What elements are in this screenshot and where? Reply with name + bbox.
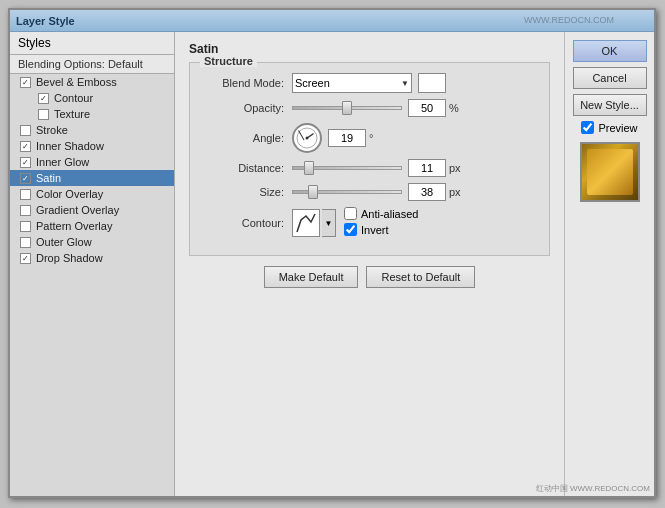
invert-item: Invert bbox=[344, 223, 418, 236]
blend-mode-row: Blend Mode: Screen Normal Multiply Overl… bbox=[204, 73, 535, 93]
anti-aliased-label: Anti-aliased bbox=[361, 208, 418, 220]
opacity-label: Opacity: bbox=[204, 102, 284, 114]
layer-item-contour[interactable]: Contour bbox=[10, 90, 174, 106]
blending-label: Blending Options: Default bbox=[18, 58, 143, 70]
preview-checkbox[interactable] bbox=[581, 121, 594, 134]
invert-label: Invert bbox=[361, 224, 389, 236]
size-input[interactable] bbox=[408, 183, 446, 201]
contour-preview[interactable] bbox=[292, 209, 320, 237]
dialog-body: Styles Blending Options: Default Bevel &… bbox=[10, 32, 654, 496]
ok-button[interactable]: OK bbox=[573, 40, 647, 62]
preview-row: Preview bbox=[581, 121, 637, 134]
opacity-slider[interactable] bbox=[292, 106, 402, 110]
angle-unit: ° bbox=[369, 132, 373, 144]
main-content: Satin Structure Blend Mode: Screen Norma… bbox=[175, 32, 564, 496]
styles-label: Styles bbox=[18, 36, 51, 50]
left-panel: Styles Blending Options: Default Bevel &… bbox=[10, 32, 175, 496]
cancel-button[interactable]: Cancel bbox=[573, 67, 647, 89]
size-label: Size: bbox=[204, 186, 284, 198]
distance-input[interactable] bbox=[408, 159, 446, 177]
satin-label: Satin bbox=[36, 172, 61, 184]
anti-aliased-item: Anti-aliased bbox=[344, 207, 418, 220]
outer-glow-checkbox[interactable] bbox=[20, 237, 31, 248]
size-row: Size: px bbox=[204, 183, 535, 201]
preview-image bbox=[580, 142, 640, 202]
layer-item-inner-glow[interactable]: Inner Glow bbox=[10, 154, 174, 170]
right-panel: OK Cancel New Style... Preview bbox=[564, 32, 654, 496]
bevel-emboss-label: Bevel & Emboss bbox=[36, 76, 117, 88]
outer-glow-label: Outer Glow bbox=[36, 236, 92, 248]
inner-glow-label: Inner Glow bbox=[36, 156, 89, 168]
satin-checkbox[interactable] bbox=[20, 173, 31, 184]
inner-glow-checkbox[interactable] bbox=[20, 157, 31, 168]
watermark: 红动中国 WWW.REDOCN.COM bbox=[536, 483, 650, 494]
styles-header[interactable]: Styles bbox=[10, 32, 174, 55]
distance-slider[interactable] bbox=[292, 166, 402, 170]
gradient-overlay-checkbox[interactable] bbox=[20, 205, 31, 216]
blend-mode-select-wrapper: Screen Normal Multiply Overlay bbox=[292, 73, 412, 93]
reset-default-button[interactable]: Reset to Default bbox=[366, 266, 475, 288]
drop-shadow-label: Drop Shadow bbox=[36, 252, 103, 264]
texture-label: Texture bbox=[54, 108, 90, 120]
angle-input[interactable] bbox=[328, 129, 366, 147]
layer-item-satin[interactable]: Satin bbox=[10, 170, 174, 186]
angle-row: Angle: ° bbox=[204, 123, 535, 153]
layer-style-dialog: Layer Style WWW.REDOCN.COM Styles Blendi… bbox=[8, 8, 656, 498]
contour-options: Anti-aliased Invert bbox=[344, 207, 418, 239]
distance-unit: px bbox=[449, 162, 461, 174]
anti-aliased-checkbox[interactable] bbox=[344, 207, 357, 220]
distance-label: Distance: bbox=[204, 162, 284, 174]
new-style-button[interactable]: New Style... bbox=[573, 94, 647, 116]
stroke-label: Stroke bbox=[36, 124, 68, 136]
blend-mode-color-box[interactable] bbox=[418, 73, 446, 93]
layer-item-bevel-emboss[interactable]: Bevel & Emboss bbox=[10, 74, 174, 90]
invert-checkbox[interactable] bbox=[344, 223, 357, 236]
top-watermark: WWW.REDOCN.COM bbox=[524, 15, 614, 25]
layer-item-texture[interactable]: Texture bbox=[10, 106, 174, 122]
preview-label: Preview bbox=[598, 122, 637, 134]
dialog-title: Layer Style bbox=[16, 15, 75, 27]
distance-row: Distance: px bbox=[204, 159, 535, 177]
button-row: Make Default Reset to Default bbox=[189, 266, 550, 288]
stroke-checkbox[interactable] bbox=[20, 125, 31, 136]
layer-item-drop-shadow[interactable]: Drop Shadow bbox=[10, 250, 174, 266]
layer-item-gradient-overlay[interactable]: Gradient Overlay bbox=[10, 202, 174, 218]
structure-section: Structure Blend Mode: Screen Normal Mult… bbox=[189, 62, 550, 256]
contour-dropdown-button[interactable]: ▼ bbox=[322, 209, 336, 237]
pattern-overlay-label: Pattern Overlay bbox=[36, 220, 112, 232]
size-slider[interactable] bbox=[292, 190, 402, 194]
blend-mode-select[interactable]: Screen Normal Multiply Overlay bbox=[292, 73, 412, 93]
pattern-overlay-checkbox[interactable] bbox=[20, 221, 31, 232]
contour-row: Contour: ▼ Anti-aliased bbox=[204, 207, 535, 239]
section-title: Satin bbox=[189, 42, 550, 56]
opacity-row: Opacity: % bbox=[204, 99, 535, 117]
contour-label: Contour bbox=[54, 92, 93, 104]
contour-label: Contour: bbox=[204, 217, 284, 229]
layer-item-outer-glow[interactable]: Outer Glow bbox=[10, 234, 174, 250]
angle-label: Angle: bbox=[204, 132, 284, 144]
contour-preview-svg bbox=[295, 212, 317, 234]
color-overlay-label: Color Overlay bbox=[36, 188, 103, 200]
drop-shadow-checkbox[interactable] bbox=[20, 253, 31, 264]
angle-dial[interactable] bbox=[292, 123, 322, 153]
texture-checkbox[interactable] bbox=[38, 109, 49, 120]
opacity-unit: % bbox=[449, 102, 459, 114]
angle-dial-svg bbox=[295, 126, 319, 150]
contour-control: ▼ Anti-aliased Invert bbox=[292, 207, 418, 239]
inner-shadow-label: Inner Shadow bbox=[36, 140, 104, 152]
inner-shadow-checkbox[interactable] bbox=[20, 141, 31, 152]
color-overlay-checkbox[interactable] bbox=[20, 189, 31, 200]
layer-item-stroke[interactable]: Stroke bbox=[10, 122, 174, 138]
blending-options-item[interactable]: Blending Options: Default bbox=[10, 55, 174, 74]
layer-item-color-overlay[interactable]: Color Overlay bbox=[10, 186, 174, 202]
make-default-button[interactable]: Make Default bbox=[264, 266, 359, 288]
contour-checkbox[interactable] bbox=[38, 93, 49, 104]
opacity-input[interactable] bbox=[408, 99, 446, 117]
blend-mode-label: Blend Mode: bbox=[204, 77, 284, 89]
size-unit: px bbox=[449, 186, 461, 198]
layer-item-pattern-overlay[interactable]: Pattern Overlay bbox=[10, 218, 174, 234]
title-bar: Layer Style WWW.REDOCN.COM bbox=[10, 10, 654, 32]
gradient-overlay-label: Gradient Overlay bbox=[36, 204, 119, 216]
layer-item-inner-shadow[interactable]: Inner Shadow bbox=[10, 138, 174, 154]
bevel-emboss-checkbox[interactable] bbox=[20, 77, 31, 88]
